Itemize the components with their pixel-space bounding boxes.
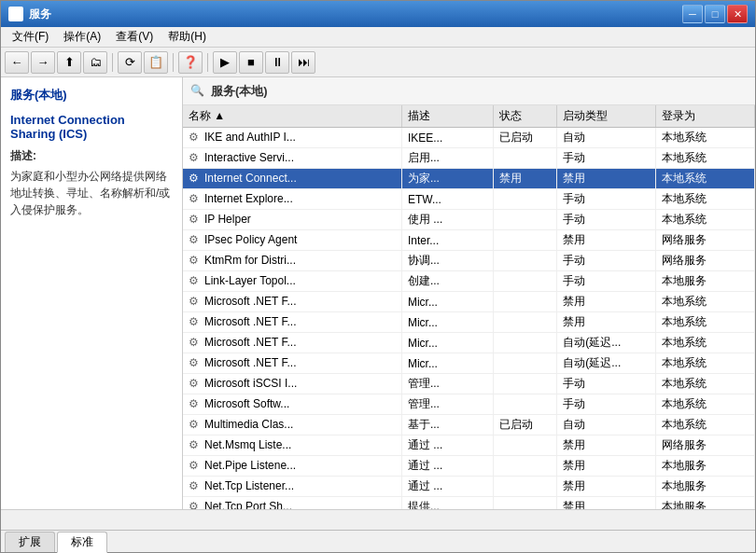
menu-bar: 文件(F) 操作(A) 查看(V) 帮助(H) — [1, 27, 755, 48]
service-icon: ⚙ — [189, 438, 202, 451]
window-controls: ─ □ ✕ — [682, 5, 748, 23]
desc-label: 描述: — [10, 148, 173, 164]
menu-help[interactable]: 帮助(H) — [161, 27, 214, 47]
service-status-cell — [494, 374, 557, 394]
service-login-cell: 本地服务 — [656, 271, 755, 292]
restart-button[interactable]: ⏭ — [291, 51, 315, 74]
menu-view[interactable]: 查看(V) — [108, 27, 161, 47]
service-icon: ⚙ — [189, 336, 202, 349]
table-row[interactable]: ⚙Microsoft .NET F...Micr...禁用本地系统 — [183, 292, 755, 312]
service-startup-cell: 禁用 — [557, 497, 656, 510]
help-button[interactable]: ❓ — [178, 51, 203, 74]
service-status-cell — [494, 497, 557, 510]
service-login-cell: 本地服务 — [656, 456, 755, 477]
table-row[interactable]: ⚙Net.Pipe Listene...通过 ...禁用本地服务 — [183, 456, 755, 477]
table-row[interactable]: ⚙Microsoft Softw...管理...手动本地系统 — [183, 394, 755, 415]
main-area: 服务(本地) Internet Connection Sharing (ICS)… — [1, 77, 755, 509]
forward-button[interactable]: → — [31, 51, 55, 74]
up-button[interactable]: ⬆ — [57, 51, 81, 74]
status-bar — [1, 509, 755, 530]
service-login-cell: 本地系统 — [656, 292, 755, 312]
table-row[interactable]: ⚙KtmRm for Distri...协调...手动网络服务 — [183, 251, 755, 271]
service-startup-cell: 手动 — [557, 210, 656, 230]
service-icon: ⚙ — [189, 254, 202, 267]
play-button[interactable]: ▶ — [213, 51, 237, 74]
table-row[interactable]: ⚙Interactive Servi...启用...手动本地系统 — [183, 148, 755, 169]
service-startup-cell: 自动(延迟... — [557, 353, 656, 374]
service-icon: ⚙ — [189, 479, 202, 492]
service-login-cell: 本地服务 — [656, 477, 755, 497]
right-panel-header: 🔍 服务(本地) — [183, 77, 755, 105]
menu-action[interactable]: 操作(A) — [56, 27, 108, 47]
left-panel-title: 服务(本地) — [10, 87, 173, 104]
service-icon: ⚙ — [189, 356, 202, 369]
table-row[interactable]: ⚙Microsoft .NET F...Micr...自动(延迟...本地系统 — [183, 353, 755, 374]
close-button[interactable]: ✕ — [727, 5, 748, 23]
service-desc-cell: 启用... — [401, 148, 493, 169]
service-name-cell: ⚙Interactive Servi... — [183, 148, 401, 169]
service-login-cell: 本地系统 — [656, 210, 755, 230]
pause-button[interactable]: ⏸ — [265, 51, 289, 74]
service-startup-cell: 手动 — [557, 189, 656, 210]
col-header-name[interactable]: 名称 ▲ — [183, 105, 401, 128]
service-status-cell — [494, 353, 557, 374]
service-status-cell — [494, 333, 557, 353]
maximize-button[interactable]: □ — [705, 5, 725, 23]
service-icon: ⚙ — [189, 295, 202, 308]
service-icon: ⚙ — [189, 397, 202, 410]
export-button[interactable]: 📋 — [144, 51, 168, 74]
service-name-cell: ⚙Net.Tcp Listener... — [183, 477, 401, 497]
table-header-row: 名称 ▲ 描述 状态 启动类型 登录为 — [183, 105, 755, 128]
window-icon: ⚙ — [8, 7, 23, 21]
service-login-cell: 本地系统 — [656, 333, 755, 353]
selected-service-name: Internet Connection Sharing (ICS) — [10, 113, 173, 141]
col-header-status[interactable]: 状态 — [494, 105, 557, 128]
table-row[interactable]: ⚙IPsec Policy AgentInter...禁用网络服务 — [183, 230, 755, 251]
toolbar-sep-3 — [207, 53, 208, 72]
service-status-cell — [494, 251, 557, 271]
service-status-cell — [494, 292, 557, 312]
service-icon: ⚙ — [189, 377, 202, 390]
service-startup-cell: 禁用 — [557, 312, 656, 333]
table-row[interactable]: ⚙Net.Tcp Listener...通过 ...禁用本地服务 — [183, 477, 755, 497]
menu-file[interactable]: 文件(F) — [5, 27, 56, 47]
minimize-button[interactable]: ─ — [682, 5, 703, 23]
service-name-cell: ⚙Microsoft .NET F... — [183, 333, 401, 353]
table-row[interactable]: ⚙IP Helper使用 ...手动本地系统 — [183, 210, 755, 230]
service-login-cell: 网络服务 — [656, 251, 755, 271]
service-startup-cell: 自动 — [557, 128, 656, 148]
service-login-cell: 本地系统 — [656, 353, 755, 374]
service-name-cell: ⚙Multimedia Clas... — [183, 415, 401, 435]
col-header-desc[interactable]: 描述 — [401, 105, 493, 128]
table-row[interactable]: ⚙Internet Explore...ETW...手动本地系统 — [183, 189, 755, 210]
back-button[interactable]: ← — [5, 51, 29, 74]
service-icon: ⚙ — [189, 500, 202, 509]
refresh-button[interactable]: ⟳ — [118, 51, 142, 74]
service-name-cell: ⚙Microsoft .NET F... — [183, 353, 401, 374]
table-row[interactable]: ⚙Multimedia Clas...基于...已启动自动本地系统 — [183, 415, 755, 435]
table-row[interactable]: ⚙Internet Connect...为家...禁用禁用本地系统 — [183, 169, 755, 189]
service-login-cell: 本地系统 — [656, 374, 755, 394]
col-header-login[interactable]: 登录为 — [656, 105, 755, 128]
table-row[interactable]: ⚙Net.Tcp Port Sh...提供...禁用本地服务 — [183, 497, 755, 510]
table-row[interactable]: ⚙Link-Layer Topol...创建...手动本地服务 — [183, 271, 755, 292]
service-status-cell — [494, 210, 557, 230]
table-row[interactable]: ⚙IKE and AuthIP I...IKEE...已启动自动本地系统 — [183, 128, 755, 148]
table-row[interactable]: ⚙Net.Msmq Liste...通过 ...禁用网络服务 — [183, 435, 755, 456]
stop-button[interactable]: ■ — [239, 51, 263, 74]
tab-standard[interactable]: 标准 — [57, 532, 107, 553]
service-desc-cell: 协调... — [401, 251, 493, 271]
service-startup-cell: 手动 — [557, 271, 656, 292]
col-header-startup[interactable]: 启动类型 — [557, 105, 656, 128]
service-name-cell: ⚙IKE and AuthIP I... — [183, 128, 401, 148]
service-icon: ⚙ — [189, 418, 202, 431]
show-hide-button[interactable]: 🗂 — [83, 51, 107, 74]
table-row[interactable]: ⚙Microsoft .NET F...Micr...禁用本地系统 — [183, 312, 755, 333]
service-login-cell: 本地系统 — [656, 148, 755, 169]
tab-expand[interactable]: 扩展 — [5, 532, 55, 552]
service-desc-cell: Micr... — [401, 333, 493, 353]
table-row[interactable]: ⚙Microsoft iSCSI I...管理...手动本地系统 — [183, 374, 755, 394]
services-table-container[interactable]: 名称 ▲ 描述 状态 启动类型 登录为 ⚙IKE and AuthIP I...… — [183, 105, 755, 509]
table-row[interactable]: ⚙Microsoft .NET F...Micr...自动(延迟...本地系统 — [183, 333, 755, 353]
service-icon: ⚙ — [189, 459, 202, 472]
